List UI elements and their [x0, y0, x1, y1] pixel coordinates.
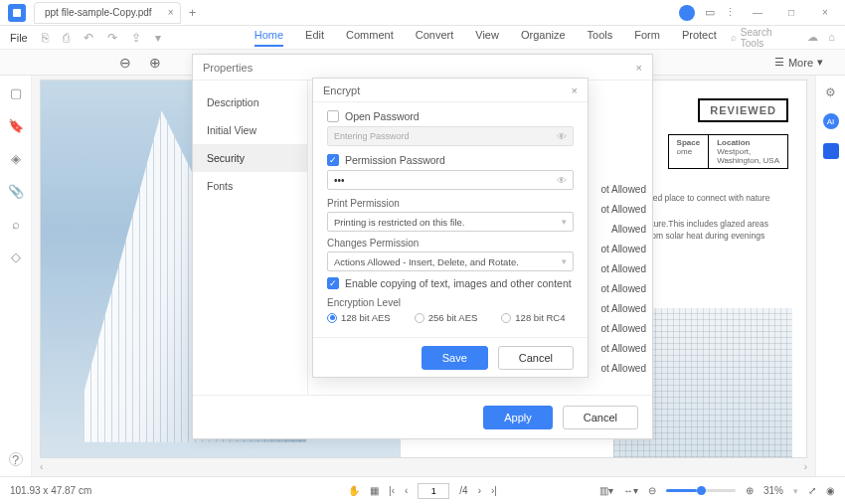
- properties-sidebar: Description Initial View Security Fonts: [193, 81, 308, 395]
- prop-tab-description[interactable]: Description: [193, 88, 307, 116]
- fit-page-icon[interactable]: ⤢: [808, 485, 816, 496]
- ai-icon[interactable]: AI: [823, 113, 839, 129]
- page-total: /4: [459, 485, 467, 496]
- last-page-icon[interactable]: ›|: [491, 485, 497, 496]
- print-icon[interactable]: ⎙: [63, 31, 70, 45]
- menu-row: File ⎘ ⎙ ↶ ↷ ⇪ ▾ Home Edit Comment Conve…: [0, 26, 845, 50]
- cancel-properties-button[interactable]: Cancel: [563, 406, 638, 429]
- encrypt-dialog: Encrypt × Open Password Entering Passwor…: [312, 78, 589, 378]
- close-encrypt-icon[interactable]: ×: [572, 84, 578, 96]
- cloud-icon[interactable]: ☁: [807, 31, 818, 44]
- help-icon[interactable]: ?: [9, 452, 23, 466]
- outline-icon[interactable]: ◈: [11, 151, 21, 166]
- tab-protect[interactable]: Protect: [682, 29, 717, 47]
- search-panel-icon[interactable]: ⌕: [12, 217, 20, 232]
- file-menu[interactable]: File: [10, 32, 28, 44]
- hamburger-icon: ☰: [774, 56, 784, 69]
- tab-organize[interactable]: Organize: [521, 29, 566, 47]
- read-mode-icon[interactable]: ◉: [826, 485, 835, 496]
- tab-tools[interactable]: Tools: [588, 29, 613, 47]
- close-window-button[interactable]: ×: [813, 4, 837, 22]
- svg-rect-0: [13, 9, 21, 17]
- zoom-in-icon[interactable]: ⊕: [149, 55, 161, 71]
- attachment-icon[interactable]: 📎: [8, 184, 24, 199]
- zoom-out-icon[interactable]: ⊖: [119, 55, 131, 71]
- first-page-icon[interactable]: |‹: [389, 485, 395, 496]
- main-tabs: Home Edit Comment Convert View Organize …: [254, 29, 717, 47]
- titlebar: ppt file-sample-Copy.pdf × + ▭ ⋮ — □ ×: [0, 0, 845, 26]
- zoom-in-button[interactable]: ⊕: [746, 485, 754, 496]
- status-bar: 101.93 x 47.87 cm ✋ ▦ |‹ ‹ /4 › ›| ▥▾ ↔▾…: [0, 476, 845, 504]
- changes-permission-select[interactable]: Actions Allowed - Insert, Delete, and Ro…: [327, 252, 574, 271]
- document-tab[interactable]: ppt file-sample-Copy.pdf ×: [34, 2, 181, 24]
- prop-tab-fonts[interactable]: Fonts: [193, 172, 307, 200]
- tab-view[interactable]: View: [475, 29, 499, 47]
- close-properties-icon[interactable]: ×: [636, 62, 642, 74]
- minimize-button[interactable]: —: [746, 4, 769, 22]
- horizontal-scrollbar[interactable]: ‹›: [40, 460, 807, 472]
- prev-page-icon[interactable]: ‹: [405, 485, 408, 496]
- location-label: Location: [717, 138, 779, 147]
- checkbox-checked-icon: ✓: [327, 154, 339, 166]
- view-mode-icon[interactable]: ▥▾: [599, 485, 613, 496]
- cancel-encrypt-button[interactable]: Cancel: [498, 346, 574, 370]
- radio-128-rc4[interactable]: 128 bit RC4: [501, 312, 565, 323]
- eye-icon: 👁: [557, 131, 567, 142]
- space-label: Space: [677, 138, 701, 147]
- settings-panel-icon[interactable]: ⚙: [825, 85, 836, 99]
- apply-button[interactable]: Apply: [483, 406, 553, 429]
- save-button[interactable]: Save: [422, 346, 488, 370]
- thumbnails-icon[interactable]: ▢: [10, 85, 22, 100]
- zoom-out-button[interactable]: ⊖: [648, 485, 656, 496]
- tab-form[interactable]: Form: [634, 29, 660, 47]
- prop-tab-initial-view[interactable]: Initial View: [193, 116, 307, 144]
- tab-edit[interactable]: Edit: [305, 29, 324, 47]
- info-table: Spaceome LocationWestport, Washington, U…: [668, 134, 788, 169]
- undo-icon[interactable]: ↶: [84, 31, 93, 45]
- permission-password-checkbox[interactable]: ✓ Permission Password: [327, 154, 574, 166]
- layers-icon[interactable]: ◇: [11, 250, 21, 264]
- reviewed-stamp: REVIEWED: [698, 98, 788, 122]
- search-tools[interactable]: ⌕ Search Tools: [731, 27, 776, 49]
- enable-copy-checkbox[interactable]: ✓ Enable copying of text, images and oth…: [327, 277, 574, 289]
- chevron-down-icon[interactable]: ▾: [155, 31, 161, 45]
- hand-tool-icon[interactable]: ✋: [348, 485, 360, 496]
- eye-icon[interactable]: 👁: [557, 175, 567, 186]
- fit-width-icon[interactable]: ↔▾: [623, 485, 638, 496]
- more-button[interactable]: ☰ More ▾: [774, 56, 823, 69]
- share-icon[interactable]: ⇪: [131, 31, 141, 45]
- zoom-slider[interactable]: [666, 489, 736, 492]
- page-input[interactable]: [418, 483, 449, 499]
- next-page-icon[interactable]: ›: [478, 485, 481, 496]
- bookmark-icon[interactable]: 🔖: [8, 118, 24, 133]
- kebab-icon[interactable]: ⋮: [725, 6, 736, 19]
- changes-permission-label: Changes Permission: [327, 238, 574, 249]
- user-avatar[interactable]: [679, 5, 695, 21]
- window-icon[interactable]: ▭: [705, 6, 715, 19]
- open-password-checkbox[interactable]: Open Password: [327, 110, 574, 122]
- tab-comment[interactable]: Comment: [346, 29, 394, 47]
- properties-title: Properties: [203, 62, 253, 74]
- radio-256-aes[interactable]: 256 bit AES: [415, 312, 478, 323]
- print-permission-label: Print Permission: [327, 198, 574, 209]
- redo-icon[interactable]: ↷: [107, 31, 117, 45]
- tab-title: ppt file-sample-Copy.pdf: [45, 7, 152, 18]
- add-tab-button[interactable]: +: [189, 5, 197, 20]
- ms-icon[interactable]: [823, 143, 839, 159]
- radio-128-aes[interactable]: 128 bit AES: [327, 312, 391, 323]
- close-tab-icon[interactable]: ×: [168, 7, 174, 18]
- print-permission-select[interactable]: Printing is restricted on this file. ▾: [327, 212, 574, 232]
- maximize-button[interactable]: □: [779, 4, 803, 22]
- tab-convert[interactable]: Convert: [416, 29, 454, 47]
- tab-home[interactable]: Home: [254, 29, 283, 47]
- prop-tab-security[interactable]: Security: [193, 144, 307, 172]
- permission-password-field[interactable]: ••• 👁: [327, 170, 574, 190]
- checkbox-checked-icon: ✓: [327, 277, 339, 289]
- coordinates: 101.93 x 47.87 cm: [10, 485, 91, 496]
- home-icon[interactable]: ⌂: [828, 31, 835, 44]
- app-icon: [8, 4, 26, 22]
- select-tool-icon[interactable]: ▦: [370, 485, 379, 496]
- open-icon[interactable]: ⎘: [42, 31, 49, 45]
- chevron-down-icon: ▾: [562, 217, 567, 227]
- chevron-down-icon: ▾: [562, 256, 567, 266]
